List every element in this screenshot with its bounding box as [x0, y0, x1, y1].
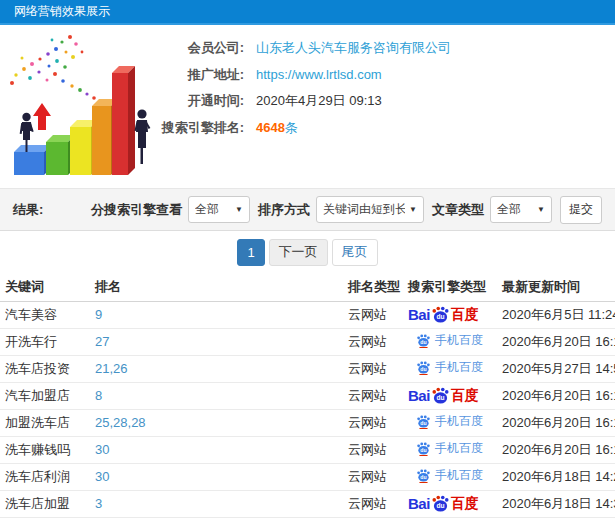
engine-cell: Bai百度 手机百度 — [408, 436, 500, 463]
app-window: 网络营销效果展示 — [0, 0, 615, 520]
baidu-mobile-logo: 手机百度 — [416, 440, 483, 457]
sort-select[interactable]: 关键词由短到长排序 ▼ — [316, 196, 424, 223]
table-row: 洗车店投资 21,26 云网站 Bai百度 手机百度 2020年5月27日 14… — [0, 355, 615, 382]
rank-count-label: 搜索引擎排名: — [160, 119, 244, 137]
engine-cell: Bai百度 手机百度 — [408, 382, 500, 409]
info-row-company: 会员公司: 山东老人头汽车服务咨询有限公司 — [160, 35, 615, 62]
info-row-open-time: 开通时间: 2020年4月29日 09:13 — [160, 88, 615, 115]
next-page-button[interactable]: 下一页 — [269, 239, 328, 266]
table-row: 开洗车行 27 云网站 Bai百度 手机百度 2020年6月20日 16:16 — [0, 328, 615, 355]
up-arrow — [33, 103, 51, 130]
baidu-paw-icon — [431, 306, 450, 323]
engine-cell: Bai百度 手机百度 — [408, 301, 500, 328]
result-label: 结果: — [13, 201, 43, 219]
promo-url-label: 推广地址: — [160, 66, 244, 84]
keyword-ranking-table: 关键词 排名 排名类型 搜索引擎类型 最新更新时间 汽车美容 9 云网站 Bai… — [0, 273, 615, 518]
rank-cell[interactable]: 25,28,28 — [95, 409, 348, 436]
table-row: 汽车加盟店 8 云网站 Bai百度 手机百度 2020年6月20日 16:12 — [0, 382, 615, 409]
updated-cell: 2020年6月20日 16:12 — [500, 436, 615, 463]
company-label: 会员公司: — [160, 39, 244, 57]
chevron-down-icon: ▼ — [409, 205, 417, 214]
baidu-logo: Bai百度 — [408, 387, 479, 405]
table-header-row: 关键词 排名 排名类型 搜索引擎类型 最新更新时间 — [0, 273, 615, 301]
company-info: 会员公司: 山东老人头汽车服务咨询有限公司 推广地址: https://www.… — [160, 25, 615, 141]
table-row: 洗车店利润 30 云网站 Bai百度 手机百度 2020年6月18日 14:27 — [0, 463, 615, 490]
baidu-mobile-logo: 手机百度 — [416, 359, 483, 376]
rank-type-cell: 云网站 — [348, 436, 408, 463]
keyword-cell: 洗车赚钱吗 — [0, 436, 95, 463]
chevron-down-icon: ▼ — [537, 205, 545, 214]
rank-type-cell: 云网站 — [348, 301, 408, 328]
engine-cell: Bai百度 手机百度 — [408, 463, 500, 490]
engine-cell: Bai百度 手机百度 — [408, 328, 500, 355]
rank-type-cell: 云网站 — [348, 490, 408, 517]
table-row: 加盟洗车店 25,28,28 云网站 Bai百度 手机百度 2020年6月20日… — [0, 409, 615, 436]
rank-type-cell: 云网站 — [348, 463, 408, 490]
updated-cell: 2020年6月20日 16:11 — [500, 409, 615, 436]
table-row: 洗车赚钱吗 30 云网站 Bai百度 手机百度 2020年6月20日 16:12 — [0, 436, 615, 463]
filter-controls: 分搜索引擎查看 全部 ▼ 排序方式 关键词由短到长排序 ▼ 文章类型 全部 ▼ … — [83, 196, 602, 224]
engine-cell: Bai百度 手机百度 — [408, 490, 500, 517]
rank-cell[interactable]: 30 — [95, 436, 348, 463]
info-row-url: 推广地址: https://www.lrtlsd.com — [160, 62, 615, 89]
keyword-cell: 开洗车行 — [0, 328, 95, 355]
engine-select[interactable]: 全部 ▼ — [188, 196, 250, 223]
baidu-paw-icon — [431, 495, 450, 512]
bar-blue — [14, 145, 51, 175]
baidu-paw-icon — [416, 469, 431, 483]
engine-cell: Bai百度 手机百度 — [408, 409, 500, 436]
submit-button[interactable]: 提交 — [560, 196, 602, 224]
baidu-paw-icon — [431, 387, 450, 404]
rank-cell[interactable]: 21,26 — [95, 355, 348, 382]
updated-cell: 2020年6月18日 14:27 — [500, 463, 615, 490]
open-time-label: 开通时间: — [160, 92, 244, 110]
article-type-select[interactable]: 全部 ▼ — [490, 196, 552, 223]
baidu-paw-icon — [416, 361, 431, 375]
chevron-down-icon: ▼ — [235, 205, 243, 214]
growth-chart-image — [2, 28, 162, 186]
baidu-paw-icon — [416, 442, 431, 456]
col-updated: 最新更新时间 — [500, 273, 615, 301]
updated-cell: 2020年6月20日 16:16 — [500, 328, 615, 355]
updated-cell: 2020年6月18日 14:30 — [500, 490, 615, 517]
col-rank: 排名 — [95, 273, 348, 301]
open-time-value: 2020年4月29日 09:13 — [256, 92, 382, 110]
keyword-cell: 加盟洗车店 — [0, 409, 95, 436]
sort-filter-label: 排序方式 — [258, 201, 310, 219]
keyword-cell: 洗车店投资 — [0, 355, 95, 382]
page-1-button[interactable]: 1 — [237, 239, 264, 266]
filter-bar: 结果: 分搜索引擎查看 全部 ▼ 排序方式 关键词由短到长排序 ▼ 文章类型 全… — [0, 188, 615, 231]
updated-cell: 2020年6月5日 11:24 — [500, 301, 615, 328]
rank-cell[interactable]: 27 — [95, 328, 348, 355]
baidu-logo: Bai百度 — [408, 306, 479, 324]
keyword-cell: 洗车店利润 — [0, 463, 95, 490]
rank-cell[interactable]: 9 — [95, 301, 348, 328]
article-type-label: 文章类型 — [432, 201, 484, 219]
baidu-paw-icon — [416, 334, 431, 348]
rank-type-cell: 云网站 — [348, 382, 408, 409]
rank-count-value: 4648条 — [256, 119, 298, 137]
company-name-link[interactable]: 山东老人头汽车服务咨询有限公司 — [256, 39, 451, 57]
col-keyword: 关键词 — [0, 273, 95, 301]
rank-type-cell: 云网站 — [348, 355, 408, 382]
keyword-cell: 汽车美容 — [0, 301, 95, 328]
rank-cell[interactable]: 3 — [95, 490, 348, 517]
col-rank-type: 排名类型 — [348, 273, 408, 301]
promo-url-link[interactable]: https://www.lrtlsd.com — [256, 67, 382, 82]
rank-type-cell: 云网站 — [348, 328, 408, 355]
confetti-dots — [10, 35, 103, 104]
titlebar: 网络营销效果展示 — [0, 0, 615, 25]
baidu-mobile-logo: 手机百度 — [416, 332, 483, 349]
pagination: 1 下一页 尾页 — [0, 231, 615, 273]
rank-cell[interactable]: 8 — [95, 382, 348, 409]
keyword-cell: 洗车店加盟 — [0, 490, 95, 517]
baidu-paw-icon — [416, 415, 431, 429]
bar-red — [112, 66, 135, 175]
table-row: 洗车店加盟 3 云网站 Bai百度 手机百度 2020年6月18日 14:30 — [0, 490, 615, 517]
last-page-button[interactable]: 尾页 — [332, 239, 378, 266]
baidu-mobile-logo: 手机百度 — [416, 467, 483, 484]
baidu-logo: Bai百度 — [408, 495, 479, 513]
page-title: 网络营销效果展示 — [14, 4, 110, 18]
updated-cell: 2020年5月27日 14:58 — [500, 355, 615, 382]
rank-cell[interactable]: 30 — [95, 463, 348, 490]
